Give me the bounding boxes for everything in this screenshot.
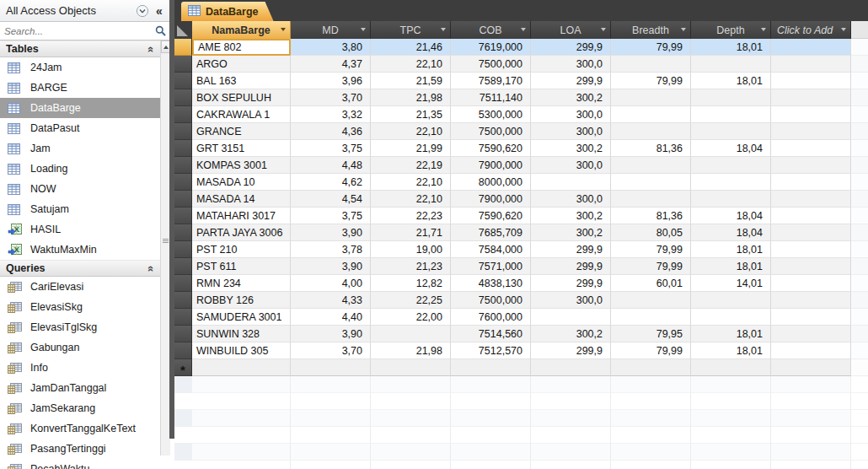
cell-cob[interactable]: 7500,000 — [451, 56, 531, 73]
cell-breadth[interactable] — [611, 191, 691, 208]
row-selector[interactable] — [174, 208, 192, 224]
cell-depth[interactable]: 18,04 — [691, 208, 771, 224]
cell-depth[interactable]: 18,04 — [691, 224, 771, 241]
cell-tpc[interactable]: 21,59 — [371, 73, 451, 89]
cell-add-column[interactable] — [771, 342, 851, 359]
cell-loa[interactable]: 300,0 — [531, 191, 611, 208]
cell-depth[interactable] — [691, 157, 771, 174]
tab-databarge[interactable]: DataBarge — [181, 2, 274, 21]
new-record-cell[interactable] — [771, 359, 851, 376]
search-input[interactable] — [0, 24, 152, 38]
cell-depth[interactable]: 18,01 — [691, 241, 771, 258]
cell-namabarge[interactable]: AME 802 — [192, 39, 291, 56]
cell-loa[interactable]: 300,0 — [531, 106, 611, 123]
cell-depth[interactable]: 18,01 — [691, 73, 771, 89]
cell-tpc[interactable]: 12,82 — [371, 275, 451, 292]
collapse-section-icon[interactable]: « — [145, 265, 158, 271]
filter-dropdown-icon[interactable] — [521, 28, 526, 31]
sidebar-item-pecahwaktu[interactable]: PecahWaktu — [0, 459, 160, 469]
column-header-depth[interactable]: Depth — [691, 21, 771, 39]
cell-breadth[interactable] — [611, 157, 691, 174]
cell-namabarge[interactable]: KOMPAS 3001 — [192, 157, 291, 174]
cell-tpc[interactable]: 21,35 — [371, 106, 451, 123]
row-selector[interactable] — [174, 241, 192, 258]
cell-depth[interactable] — [691, 292, 771, 309]
sidebar-item-waktumaxmin[interactable]: XWaktuMaxMin — [0, 240, 160, 260]
cell-depth[interactable]: 18,01 — [691, 39, 771, 56]
cell-add-column[interactable] — [771, 191, 851, 208]
cell-tpc[interactable]: 22,19 — [371, 157, 451, 174]
cell-depth[interactable]: 18,01 — [691, 342, 771, 359]
cell-add-column[interactable] — [771, 258, 851, 275]
cell-breadth[interactable]: 80,05 — [611, 224, 691, 241]
cell-loa[interactable]: 300,2 — [531, 89, 611, 106]
cell-tpc[interactable]: 19,00 — [371, 241, 451, 258]
cell-loa[interactable]: 299,9 — [531, 241, 611, 258]
cell-add-column[interactable] — [771, 275, 851, 292]
cell-namabarge[interactable]: SAMUDERA 3001 — [192, 309, 291, 326]
cell-cob[interactable]: 7900,000 — [451, 157, 531, 174]
new-record-cell[interactable] — [691, 359, 771, 376]
row-selector[interactable] — [174, 106, 192, 123]
sidebar-item-databarge[interactable]: DataBarge — [0, 98, 160, 118]
sidebar-item-jamdantanggal[interactable]: JamDanTanggal — [0, 378, 160, 398]
cell-loa[interactable]: 299,9 — [531, 258, 611, 275]
row-selector[interactable] — [174, 56, 192, 73]
filter-dropdown-icon[interactable] — [361, 28, 366, 31]
cell-tpc[interactable]: 21,71 — [371, 224, 451, 241]
new-record-cell[interactable] — [611, 359, 691, 376]
sidebar-item-barge[interactable]: BARGE — [0, 78, 160, 98]
cell-cob[interactable]: 7900,000 — [451, 191, 531, 208]
row-selector[interactable] — [174, 157, 192, 174]
cell-md[interactable]: 3,70 — [291, 89, 371, 106]
cell-namabarge[interactable]: MASADA 10 — [192, 174, 291, 191]
cell-breadth[interactable] — [611, 292, 691, 309]
cell-breadth[interactable]: 79,99 — [611, 342, 691, 359]
sidebar-item-satujam[interactable]: Satujam — [0, 199, 160, 219]
row-selector[interactable] — [174, 89, 192, 106]
sidebar-item-carielevasi[interactable]: CariElevasi — [0, 277, 160, 297]
pane-menu-dropdown-icon[interactable] — [134, 3, 151, 19]
cell-tpc[interactable]: 22,00 — [371, 309, 451, 326]
cell-cob[interactable]: 7619,000 — [451, 39, 531, 56]
cell-add-column[interactable] — [771, 174, 851, 191]
cell-tpc[interactable]: 21,99 — [371, 140, 451, 157]
select-all-button[interactable] — [174, 21, 192, 39]
cell-md[interactable]: 3,80 — [291, 39, 371, 56]
cell-md[interactable]: 4,54 — [291, 191, 371, 208]
cell-tpc[interactable]: 21,23 — [371, 258, 451, 275]
column-header-cob[interactable]: COB — [451, 21, 531, 39]
cell-breadth[interactable]: 79,95 — [611, 326, 691, 342]
cell-md[interactable]: 3,75 — [291, 140, 371, 157]
cell-loa[interactable]: 299,9 — [531, 342, 611, 359]
row-selector[interactable] — [174, 224, 192, 241]
new-record-cell[interactable] — [451, 359, 531, 376]
cell-add-column[interactable] — [771, 39, 851, 56]
cell-add-column[interactable] — [771, 73, 851, 89]
cell-namabarge[interactable]: GRT 3151 — [192, 140, 291, 157]
new-record-cell[interactable] — [531, 359, 611, 376]
column-header-md[interactable]: MD — [291, 21, 371, 39]
sidebar-item-jamsekarang[interactable]: JamSekarang — [0, 398, 160, 418]
filter-dropdown-icon[interactable] — [441, 28, 446, 31]
cell-tpc[interactable]: 22,23 — [371, 208, 451, 224]
cell-add-column[interactable] — [771, 157, 851, 174]
cell-namabarge[interactable]: PARTA JAYA 3006 — [192, 224, 291, 241]
cell-cob[interactable]: 7512,570 — [451, 342, 531, 359]
sidebar-item-pasangtertinggi[interactable]: PasangTertinggi — [0, 439, 160, 459]
sidebar-item-24jam[interactable]: 24Jam — [0, 57, 160, 78]
cell-tpc[interactable]: 22,10 — [371, 56, 451, 73]
cell-cob[interactable]: 7571,000 — [451, 258, 531, 275]
cell-loa[interactable]: 300,2 — [531, 208, 611, 224]
cell-md[interactable]: 3,78 — [291, 241, 371, 258]
cell-breadth[interactable]: 79,99 — [611, 258, 691, 275]
search-icon[interactable] — [152, 23, 169, 40]
cell-namabarge[interactable]: WINBUILD 305 — [192, 342, 291, 359]
cell-md[interactable]: 4,36 — [291, 123, 371, 140]
column-header-breadth[interactable]: Breadth — [611, 21, 691, 39]
cell-cob[interactable]: 4838,130 — [451, 275, 531, 292]
cell-breadth[interactable]: 79,99 — [611, 39, 691, 56]
cell-breadth[interactable] — [611, 174, 691, 191]
cell-md[interactable]: 4,00 — [291, 275, 371, 292]
row-selector[interactable] — [174, 191, 192, 208]
